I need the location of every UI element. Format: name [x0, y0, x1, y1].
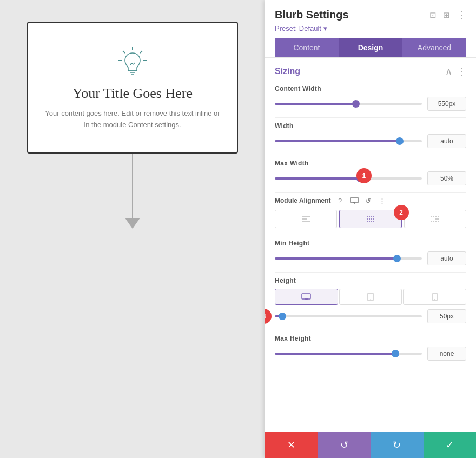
more-options-icon[interactable]: ⋮: [457, 9, 466, 21]
sizing-title: Sizing: [275, 67, 300, 76]
sizing-section-header: Sizing ∧ ⋮: [265, 58, 476, 82]
preview-panel: Your Title Goes Here Your content goes h…: [0, 0, 265, 458]
undo-icon: ↺: [340, 439, 348, 451]
module-alignment-setting: Module Alignment ? ↺ ⋮: [265, 194, 476, 234]
height-tablet-tab[interactable]: [339, 289, 402, 305]
module-title: Your Title Goes Here: [72, 85, 193, 102]
width-setting: Width: [265, 119, 476, 154]
bulb-icon: [116, 44, 149, 77]
divider-3: [275, 192, 466, 193]
redo-icon: ↻: [393, 439, 401, 451]
height-desktop-tab[interactable]: [275, 289, 338, 305]
tab-advanced[interactable]: Advanced: [402, 38, 466, 57]
module-card: Your Title Goes Here Your content goes h…: [27, 22, 238, 154]
max-width-track[interactable]: 1: [275, 177, 422, 180]
height-setting: Height 3: [265, 274, 476, 329]
cancel-icon: ✕: [287, 439, 295, 451]
connector-line: [132, 154, 133, 218]
panel-body: Sizing ∧ ⋮ Content Width Width: [265, 58, 476, 432]
svg-point-24: [370, 299, 371, 300]
redo-button[interactable]: ↻: [371, 432, 424, 458]
alignment-reset-icon[interactable]: ↺: [363, 196, 373, 205]
max-height-input[interactable]: [427, 347, 466, 361]
divider-1: [275, 117, 466, 118]
height-device-tabs: [275, 289, 466, 305]
max-height-track[interactable]: [275, 353, 422, 355]
max-width-setting: Max Width 1: [265, 156, 476, 191]
min-height-input[interactable]: [427, 251, 466, 265]
content-width-input[interactable]: [427, 97, 466, 111]
tab-design[interactable]: Design: [339, 38, 402, 57]
max-width-label: Max Width: [275, 160, 466, 167]
divider-5: [275, 272, 466, 273]
alignment-device-icon[interactable]: [349, 196, 359, 205]
alignment-label-row: Module Alignment ? ↺ ⋮: [275, 196, 466, 205]
settings-panel: Blurb Settings ⊡ ⊞ ⋮ Preset: Default ▾ C…: [265, 0, 476, 458]
module-content: Your content goes here. Edit or remove t…: [44, 108, 221, 131]
responsive-icon[interactable]: ⊡: [429, 10, 437, 20]
alignment-buttons: 2: [275, 210, 466, 228]
save-button[interactable]: ✓: [424, 432, 477, 458]
section-actions: ∧ ⋮: [445, 65, 466, 77]
max-height-label: Max Height: [275, 335, 466, 342]
min-height-track[interactable]: [275, 257, 422, 260]
min-height-label: Min Height: [275, 240, 466, 247]
align-right-btn[interactable]: [404, 210, 466, 228]
height-mobile-tab[interactable]: [403, 289, 466, 305]
divider-4: [275, 235, 466, 235]
panel-preset[interactable]: Preset: Default ▾: [275, 24, 466, 32]
align-center-btn[interactable]: 2: [339, 210, 401, 228]
badge-3: 3: [265, 309, 272, 324]
svg-rect-20: [302, 294, 310, 299]
section-more-icon[interactable]: ⋮: [457, 65, 466, 77]
panel-title-row: Blurb Settings ⊡ ⊞ ⋮: [275, 9, 466, 21]
badge-1: 1: [356, 168, 372, 183]
height-slider-row: 3: [275, 309, 466, 323]
max-width-slider-row: 1: [275, 171, 466, 185]
tab-content[interactable]: Content: [275, 38, 339, 57]
divider-2: [275, 155, 466, 155]
content-width-track[interactable]: [275, 103, 422, 105]
width-track[interactable]: [275, 140, 422, 142]
save-icon: ✓: [446, 439, 454, 451]
min-height-setting: Min Height: [265, 236, 476, 271]
content-width-slider-row: [275, 97, 466, 111]
content-width-setting: Content Width: [265, 82, 476, 116]
arrow-down: [125, 218, 140, 229]
svg-line-3: [123, 51, 125, 53]
width-slider-row: [275, 134, 466, 148]
height-track[interactable]: [275, 315, 422, 317]
max-height-setting: Max Height: [265, 331, 476, 366]
collapse-icon[interactable]: ∧: [445, 65, 452, 77]
height-label: Height: [275, 277, 466, 284]
panel-title: Blurb Settings: [275, 9, 349, 21]
panel-footer: ✕ ↺ ↻ ✓: [265, 432, 476, 458]
alignment-more-icon[interactable]: ⋮: [378, 196, 387, 205]
badge-2: 2: [394, 205, 409, 220]
height-input[interactable]: [427, 309, 466, 323]
cancel-button[interactable]: ✕: [265, 432, 318, 458]
divider-6: [275, 330, 466, 330]
min-height-slider-row: [275, 251, 466, 265]
panel-header: Blurb Settings ⊡ ⊞ ⋮ Preset: Default ▾ C…: [265, 0, 476, 58]
align-left-btn[interactable]: [275, 210, 337, 228]
max-width-input[interactable]: [427, 171, 466, 185]
svg-rect-8: [351, 197, 358, 203]
columns-icon[interactable]: ⊞: [443, 10, 450, 20]
width-input[interactable]: [427, 134, 466, 148]
undo-button[interactable]: ↺: [318, 432, 371, 458]
alignment-help-icon[interactable]: ?: [335, 196, 345, 205]
panel-title-icons: ⊡ ⊞ ⋮: [429, 9, 466, 21]
alignment-label: Module Alignment: [275, 197, 331, 204]
width-label: Width: [275, 122, 466, 130]
svg-line-1: [140, 51, 142, 53]
content-width-label: Content Width: [275, 85, 466, 92]
max-height-slider-row: [275, 347, 466, 361]
tabs-row: Content Design Advanced: [275, 38, 466, 57]
